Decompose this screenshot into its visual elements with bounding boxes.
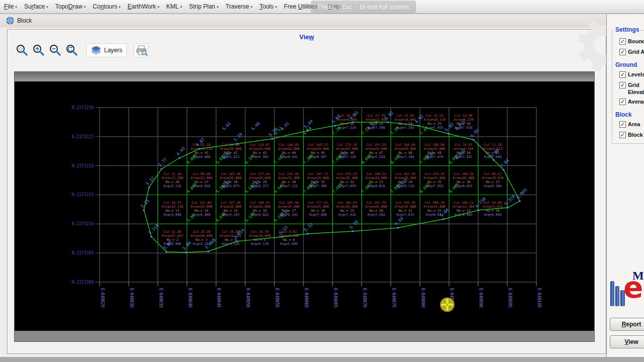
svg-text:Area=25.000: Area=25.000 xyxy=(453,176,474,180)
svg-text:Area=25.000: Area=25.000 xyxy=(249,147,271,151)
svg-text:Cut 26.70: Cut 26.70 xyxy=(251,230,269,234)
svg-text:No.= 20: No.= 20 xyxy=(369,209,383,213)
menu-dropdown-arrow-icon: ▾ xyxy=(180,5,182,9)
checkbox-row-block-n[interactable]: ✓Block N xyxy=(619,132,644,139)
checkbox-row-levels[interactable]: ✓Levels xyxy=(619,71,644,78)
svg-text:4.820: 4.820 xyxy=(186,153,198,165)
checkbox-checked[interactable]: ✓ xyxy=(619,38,626,45)
svg-text:E-649050: E-649050 xyxy=(246,288,250,308)
svg-text:7.122: 7.122 xyxy=(273,153,285,165)
svg-text:Area=25.000: Area=25.000 xyxy=(365,205,387,209)
svg-text:E-649060: E-649060 xyxy=(304,288,308,308)
logo-bar xyxy=(610,281,614,306)
svg-text:No.= 19: No.= 19 xyxy=(340,209,354,213)
checkbox-label: Grid An xyxy=(628,49,644,56)
checkbox-row-area[interactable]: ✓Area xyxy=(619,121,644,128)
svg-text:No.= 23: No.= 23 xyxy=(457,209,470,213)
window-titlebar[interactable]: Block xyxy=(0,14,644,28)
svg-text:Cut 127.58: Cut 127.58 xyxy=(221,201,240,205)
svg-text:Avg=7.425: Avg=7.425 xyxy=(338,213,356,217)
menu-tools[interactable]: Tools▾ xyxy=(260,3,277,10)
view-panel: View xyxy=(7,29,606,354)
svg-text:No.= 44: No.= 44 xyxy=(282,151,295,155)
svg-text:Cut 142.44: Cut 142.44 xyxy=(279,172,299,176)
menu-surface[interactable]: Surface▾ xyxy=(24,3,48,10)
menu-dropdown-arrow-icon: ▾ xyxy=(84,5,86,9)
menu-earthwork[interactable]: EarthWork▾ xyxy=(128,3,159,10)
menu-contours[interactable]: Contours▾ xyxy=(93,3,120,10)
svg-text:7.386: 7.386 xyxy=(302,153,314,165)
svg-text:No.= 32: No.= 32 xyxy=(340,180,354,184)
menu-topodraw[interactable]: TopoDraw▾ xyxy=(55,3,86,10)
view-button[interactable]: View xyxy=(610,335,644,348)
checkbox-checked[interactable]: ✓ xyxy=(619,49,626,55)
menu-strip-plan[interactable]: Strip Plan▾ xyxy=(189,3,219,10)
menu-dropdown-arrow-icon: ▾ xyxy=(157,5,159,9)
zoom-in-button[interactable] xyxy=(31,43,46,57)
zoom-previous-button[interactable] xyxy=(64,43,79,57)
report-button[interactable]: Report xyxy=(610,318,644,331)
svg-text:Cut 101.46: Cut 101.46 xyxy=(221,172,240,176)
svg-text:Cut 153.18: Cut 153.18 xyxy=(337,172,357,176)
checkbox-label: Area xyxy=(628,121,644,128)
menu-file[interactable]: File▾ xyxy=(4,3,17,10)
svg-text:Cut 104.12: Cut 104.12 xyxy=(454,201,473,205)
svg-text:6.945: 6.945 xyxy=(515,187,528,200)
svg-text:7.502: 7.502 xyxy=(361,182,373,194)
svg-text:Cut 177.45: Cut 177.45 xyxy=(308,201,328,205)
window-title: Block xyxy=(17,17,32,24)
svg-text:No.= 15: No.= 15 xyxy=(224,209,237,213)
svg-text:Area=5.612: Area=5.612 xyxy=(483,147,503,151)
toast-text-pre: Press xyxy=(318,3,335,11)
zoom-extents-button[interactable] xyxy=(15,43,29,57)
svg-text:Area=14.041: Area=14.041 xyxy=(394,118,416,122)
svg-text:Area=20.686: Area=20.686 xyxy=(191,234,212,238)
svg-text:Area=25.000: Area=25.000 xyxy=(336,176,358,180)
svg-text:6.371: 6.371 xyxy=(244,153,256,165)
svg-text:8.016: 8.016 xyxy=(361,153,373,165)
menu-kml[interactable]: KML▾ xyxy=(167,3,182,10)
svg-text:Cut 34.53: Cut 34.53 xyxy=(164,201,181,205)
svg-text:Avg=7.502: Avg=7.502 xyxy=(367,213,385,217)
print-preview-button[interactable] xyxy=(134,43,148,57)
menu-dropdown-arrow-icon: ▾ xyxy=(217,5,219,9)
checkbox-checked[interactable]: ✓ xyxy=(619,82,626,88)
checkbox-row-grid-elevati[interactable]: ✓Grid Elevati xyxy=(619,82,644,96)
tab-view[interactable]: View xyxy=(8,33,606,41)
svg-text:Cut 187.55: Cut 187.55 xyxy=(366,201,386,205)
svg-text:E-649045: E-649045 xyxy=(216,288,221,308)
svg-text:4.840: 4.840 xyxy=(186,182,198,194)
zoom-out-button[interactable] xyxy=(48,43,62,57)
checkbox-checked[interactable]: ✓ xyxy=(619,132,626,138)
layers-button[interactable]: Layers xyxy=(86,43,127,57)
svg-text:Area=25.000: Area=25.000 xyxy=(220,205,242,209)
svg-text:4.43: 4.43 xyxy=(175,146,186,157)
svg-text:6.543: 6.543 xyxy=(273,182,285,194)
svg-text:Cut 185.63: Cut 185.63 xyxy=(337,201,357,205)
svg-text:No.= 13: No.= 13 xyxy=(166,209,179,213)
svg-text:Cut 96.40: Cut 96.40 xyxy=(193,172,210,176)
checkbox-row-grid-an[interactable]: ✓Grid An xyxy=(619,49,644,56)
checkbox-checked[interactable]: ✓ xyxy=(619,71,626,78)
svg-text:Area=25.000: Area=25.000 xyxy=(307,176,329,180)
svg-text:E-649100: E-649100 xyxy=(537,288,541,308)
layers-label: Layers xyxy=(104,47,122,54)
esc-key-badge: Esc xyxy=(338,3,356,11)
svg-text:Area=25.000: Area=25.000 xyxy=(365,176,387,180)
menu-dropdown-arrow-icon: ▾ xyxy=(251,5,253,9)
menu-traverse[interactable]: Traverse▾ xyxy=(225,3,252,10)
svg-text:8.012: 8.012 xyxy=(419,182,431,194)
svg-text:Area=10.040: Area=10.040 xyxy=(249,234,271,238)
checkbox-checked[interactable]: ✓ xyxy=(619,121,626,128)
svg-text:Avg=3.090: Avg=3.090 xyxy=(164,213,181,217)
checkbox-row-bounda[interactable]: ✓Bounda xyxy=(619,38,644,45)
checkbox-row-averag[interactable]: ✓Averag xyxy=(619,99,644,106)
svg-text:Area=25.000: Area=25.000 xyxy=(307,205,329,209)
viewport-bottom-band xyxy=(15,331,594,341)
cad-canvas[interactable]: N-2373230N-2373225N-2373220N-2373215N-23… xyxy=(15,81,594,331)
svg-text:N-2373200: N-2373200 xyxy=(72,280,94,285)
svg-text:5.02: 5.02 xyxy=(383,110,394,121)
menu-dropdown-arrow-icon: ▾ xyxy=(275,5,277,9)
svg-text:5.10: 5.10 xyxy=(348,219,359,230)
checkbox-checked[interactable]: ✓ xyxy=(619,99,626,105)
